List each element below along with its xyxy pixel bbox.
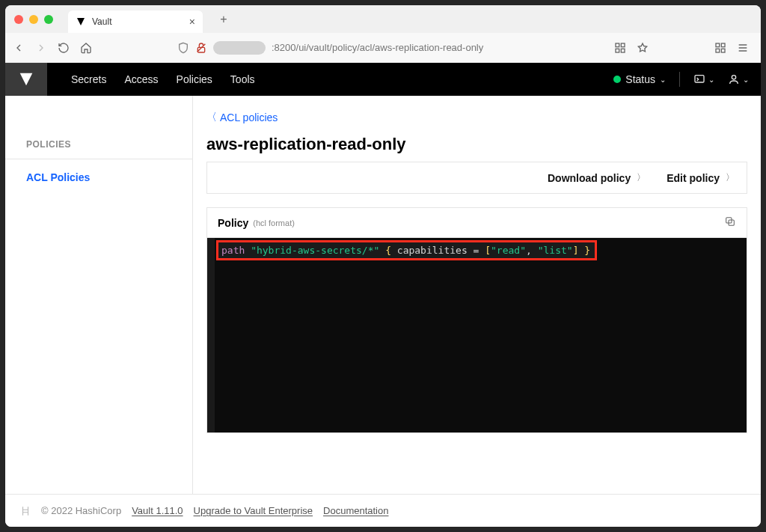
code-token: = — [474, 245, 479, 256]
tracking-shield-icon[interactable] — [177, 42, 189, 54]
home-button[interactable] — [80, 42, 92, 54]
primary-nav: Secrets Access Policies Tools — [71, 73, 255, 85]
chevron-down-icon: ⌄ — [708, 76, 714, 84]
highlighted-code-line: path "hybrid-aws-secrets/*" { capabiliti… — [216, 240, 597, 260]
chevron-right-icon: 〉 — [726, 171, 735, 184]
vault-app: Secrets Access Policies Tools Status ⌄ ⌄ — [5, 63, 761, 527]
bookmark-star-icon[interactable] — [637, 42, 649, 54]
browser-window: Vault × + :8200/ui/vault/policy/acl/aws-… — [5, 5, 761, 527]
code-token: { — [385, 245, 391, 256]
chevron-left-icon: 〈 — [206, 111, 217, 124]
copy-icon[interactable] — [724, 215, 736, 230]
address-bar: :8200/ui/vault/policy/acl/aws-replicatio… — [5, 33, 761, 63]
redacted-host — [213, 41, 266, 55]
qr-icon[interactable] — [614, 42, 626, 54]
chevron-down-icon: ⌄ — [660, 76, 666, 84]
content-split: POLICIES ACL Policies 〈 ACL policies aws… — [5, 96, 761, 494]
url-field[interactable]: :8200/ui/vault/policy/acl/aws-replicatio… — [102, 41, 604, 55]
svg-rect-9 — [721, 49, 725, 52]
code-token: "hybrid-aws-secrets/*" — [251, 245, 379, 256]
documentation-link[interactable]: Documentation — [323, 505, 388, 516]
close-window-button[interactable] — [14, 15, 23, 24]
extensions-icon[interactable] — [714, 42, 726, 54]
maximize-window-button[interactable] — [44, 15, 53, 24]
svg-rect-2 — [616, 43, 619, 47]
divider — [5, 159, 192, 159]
code-token: , — [526, 245, 532, 256]
chevron-right-icon: 〉 — [637, 171, 646, 184]
copyright: © 2022 HashiCorp — [41, 505, 121, 516]
insecure-lock-icon[interactable] — [195, 42, 207, 54]
status-label: Status — [625, 73, 655, 85]
vault-logo[interactable] — [5, 63, 47, 96]
reload-button[interactable] — [58, 42, 70, 54]
policy-panel: Policy (hcl format) path "hybrid-aws-sec… — [206, 207, 747, 433]
forward-button[interactable] — [35, 42, 47, 54]
code-editor[interactable]: path "hybrid-aws-secrets/*" { capabiliti… — [207, 238, 747, 432]
svg-rect-5 — [621, 49, 625, 52]
nav-secrets[interactable]: Secrets — [71, 73, 106, 85]
browser-tab[interactable]: Vault × — [68, 10, 203, 33]
download-policy-button[interactable]: Download policy 〉 — [548, 171, 646, 184]
svg-rect-4 — [616, 49, 619, 52]
panel-title: Policy — [218, 217, 248, 229]
back-button[interactable] — [13, 42, 25, 54]
code-token: capabilities — [397, 245, 468, 256]
code-token: "read" — [491, 245, 526, 256]
svg-point-14 — [732, 76, 735, 79]
nav-tools[interactable]: Tools — [230, 73, 255, 85]
breadcrumb-label: ACL policies — [220, 111, 278, 123]
console-menu[interactable]: ⌄ — [693, 73, 714, 85]
panel-format-hint: (hcl format) — [253, 218, 295, 227]
upgrade-link[interactable]: Upgrade to Vault Enterprise — [194, 505, 313, 516]
status-menu[interactable]: Status ⌄ — [613, 73, 666, 85]
action-bar: Download policy 〉 Edit policy 〉 — [206, 162, 747, 194]
action-label: Download policy — [548, 172, 631, 184]
chevron-down-icon: ⌄ — [743, 76, 749, 84]
panel-header: Policy (hcl format) — [207, 208, 747, 238]
vault-favicon — [76, 16, 86, 27]
edit-policy-button[interactable]: Edit policy 〉 — [667, 171, 735, 184]
code-token: "list" — [538, 245, 573, 256]
code-gutter — [207, 238, 215, 432]
app-header: Secrets Access Policies Tools Status ⌄ ⌄ — [5, 63, 761, 96]
hashicorp-icon — [20, 506, 31, 516]
sidebar-item-acl-policies[interactable]: ACL Policies — [5, 167, 192, 188]
code-token: [ — [485, 245, 491, 256]
svg-rect-3 — [621, 43, 625, 47]
new-tab-button[interactable]: + — [215, 10, 233, 28]
user-menu[interactable]: ⌄ — [728, 73, 749, 85]
tab-strip: Vault × + — [5, 5, 761, 33]
minimize-window-button[interactable] — [29, 15, 38, 24]
tab-title: Vault — [92, 16, 111, 27]
page-title: aws-replication-read-only — [206, 135, 747, 154]
window-controls — [14, 15, 53, 24]
code-token: path — [221, 245, 245, 256]
version-link[interactable]: Vault 1.11.0 — [132, 505, 183, 516]
sidebar-heading: POLICIES — [5, 139, 192, 159]
action-label: Edit policy — [667, 172, 720, 184]
nav-access[interactable]: Access — [124, 73, 158, 85]
svg-rect-13 — [695, 76, 704, 82]
svg-rect-6 — [716, 43, 720, 47]
tab-close-icon[interactable]: × — [189, 16, 195, 28]
svg-rect-7 — [721, 43, 725, 47]
sidebar: POLICIES ACL Policies — [5, 96, 193, 494]
divider — [679, 72, 680, 87]
url-path: :8200/ui/vault/policy/acl/aws-replicatio… — [272, 42, 483, 53]
code-token: ] — [573, 245, 579, 256]
main-content: 〈 ACL policies aws-replication-read-only… — [193, 96, 761, 494]
hamburger-menu-icon[interactable] — [737, 42, 749, 54]
nav-policies[interactable]: Policies — [177, 73, 212, 85]
app-footer: © 2022 HashiCorp Vault 1.11.0 Upgrade to… — [5, 494, 761, 527]
breadcrumb[interactable]: 〈 ACL policies — [206, 111, 747, 124]
code-token: } — [584, 245, 590, 256]
status-indicator-icon — [613, 76, 621, 83]
svg-rect-8 — [716, 49, 720, 52]
